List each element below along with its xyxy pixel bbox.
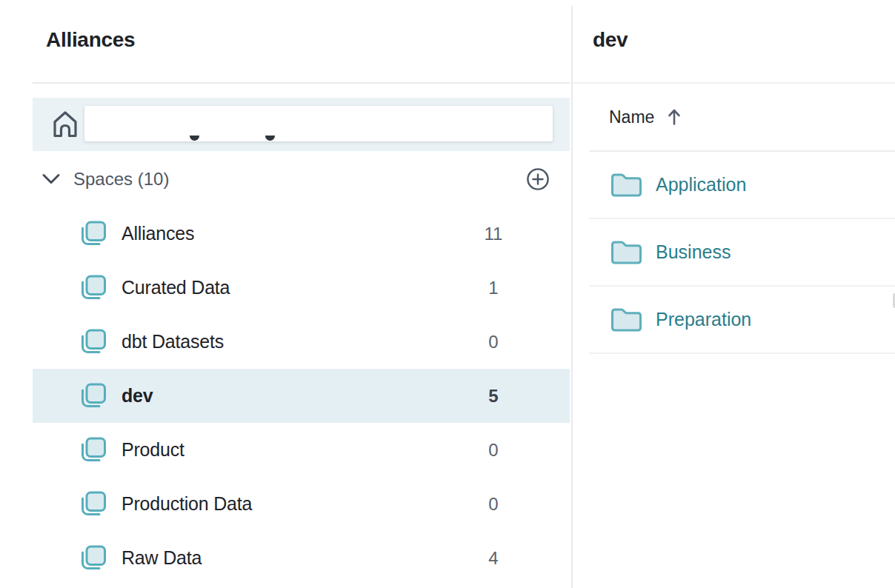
space-icon: [78, 435, 108, 465]
app-window: Alliances Spaces (10): [0, 0, 895, 588]
sidebar-space-row[interactable]: Product 0: [33, 423, 570, 477]
name-column-label: Name: [609, 107, 654, 127]
chevron-down-icon[interactable]: [41, 170, 61, 189]
sidebar: Alliances Spaces (10): [0, 0, 571, 588]
space-icon: [78, 273, 108, 303]
space-icon: [78, 327, 108, 357]
arrow-up-icon: [666, 107, 682, 127]
space-name: Production Data: [122, 493, 252, 515]
space-dataset-count: 0: [468, 440, 519, 461]
sidebar-space-row[interactable]: Production Data 0: [33, 477, 570, 531]
sidebar-space-row[interactable]: dbt Datasets 0: [33, 315, 570, 369]
space-name: dev: [122, 385, 153, 407]
folder-list: Application Business Preparation: [589, 152, 895, 354]
sidebar-space-row[interactable]: Alliances 11: [33, 207, 570, 261]
page-title: dev: [593, 28, 628, 52]
folder-link[interactable]: Preparation: [656, 309, 751, 330]
add-space-button[interactable]: [525, 167, 550, 192]
table-row[interactable]: Preparation: [589, 287, 895, 354]
space-icon: [78, 381, 108, 411]
folder-icon: [610, 171, 643, 198]
space-name: Alliances: [122, 223, 194, 244]
space-icon: [78, 218, 108, 249]
main-panel: dev Name Application Business: [573, 0, 895, 588]
space-icon: [78, 543, 108, 573]
sidebar-space-row[interactable]: Raw Data 4: [33, 531, 570, 585]
sidebar-space-row[interactable]: Curated Data 1: [33, 261, 570, 315]
space-dataset-count: 4: [468, 548, 519, 569]
space-dataset-count: 1: [468, 278, 519, 298]
table-row[interactable]: Application: [589, 152, 895, 219]
space-dataset-count: 11: [468, 224, 519, 244]
redacted-text-overlay: [84, 106, 553, 141]
sidebar-title-divider: [33, 82, 570, 84]
spaces-list: Alliances 11 Curated Data 1 dbt Datasets…: [33, 207, 570, 585]
space-icon: [78, 489, 108, 519]
folder-link[interactable]: Business: [656, 241, 731, 263]
space-dataset-count: 0: [468, 332, 519, 353]
plus-circle-icon: [526, 167, 550, 191]
sidebar-item-home[interactable]: [33, 98, 570, 151]
space-name: Product: [122, 439, 184, 461]
spaces-section-header[interactable]: Spaces (10): [33, 151, 570, 207]
home-icon: [50, 107, 80, 141]
space-dataset-count: 5: [468, 386, 519, 407]
folder-icon: [610, 238, 643, 266]
space-name: dbt Datasets: [122, 331, 224, 353]
sidebar-title: Alliances: [46, 28, 135, 52]
folder-icon: [610, 306, 643, 333]
folder-link[interactable]: Application: [656, 174, 746, 196]
sidebar-space-row[interactable]: dev 5: [33, 369, 570, 423]
space-name: Curated Data: [122, 277, 230, 298]
space-dataset-count: 0: [468, 494, 519, 515]
name-column-header[interactable]: Name: [589, 84, 895, 150]
table-row[interactable]: Business: [589, 219, 895, 287]
spaces-section-label: Spaces (10): [73, 169, 169, 190]
space-name: Raw Data: [122, 547, 202, 569]
